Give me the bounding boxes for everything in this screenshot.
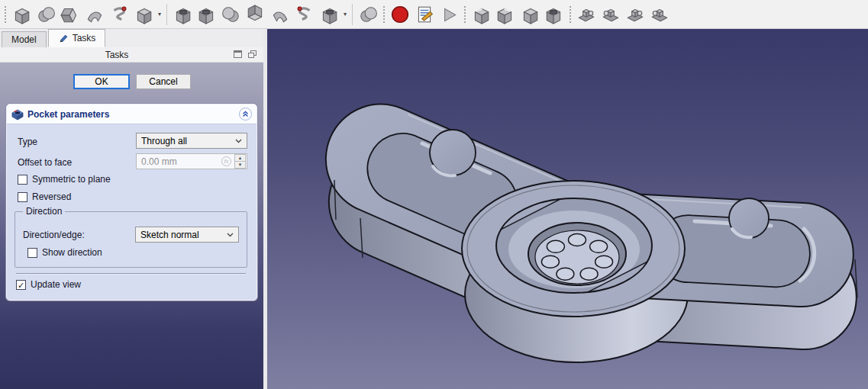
additive-helix-button[interactable] xyxy=(107,2,131,27)
ok-button[interactable]: OK xyxy=(73,74,130,89)
fillet-button[interactable] xyxy=(469,2,493,27)
toolbar-drag-handle[interactable] xyxy=(463,5,467,24)
additive-loft-icon xyxy=(60,5,80,24)
part-tool-4-icon xyxy=(650,5,670,24)
bolt-hole xyxy=(595,256,613,268)
toolbar-drag-handle[interactable] xyxy=(3,5,8,24)
additive-loft-button[interactable] xyxy=(58,2,82,27)
part-tool-3-button[interactable] xyxy=(623,2,647,27)
type-label: Type xyxy=(18,137,37,147)
additive-primitive-dropdown-arrow-icon[interactable]: ▾ xyxy=(156,11,163,18)
float-panel-icon[interactable] xyxy=(248,50,257,59)
chevron-down-icon xyxy=(227,233,234,237)
reversed-checkbox-box xyxy=(18,192,27,202)
show-direction-checkbox[interactable]: Show direction xyxy=(27,247,102,258)
hole-icon xyxy=(197,5,217,24)
macro-edit-icon xyxy=(415,5,434,24)
lever-part[interactable] xyxy=(326,104,857,362)
direction-edge-select[interactable]: Sketch normal xyxy=(135,227,239,243)
additive-primitive-button[interactable] xyxy=(131,2,156,27)
update-view-checkbox[interactable]: ✓ Update view xyxy=(16,279,81,290)
toolbar-drag-handle[interactable] xyxy=(568,5,573,24)
bolt-hole xyxy=(590,240,608,252)
sidebar: Model Tasks Tasks OK Cancel xyxy=(0,29,263,389)
groove-button[interactable] xyxy=(219,2,244,27)
pocket-parameters-header: Pocket parameters xyxy=(7,104,257,124)
chamfer-button[interactable] xyxy=(493,2,518,27)
pocket-parameters-icon xyxy=(11,108,24,121)
additive-pipe-button[interactable] xyxy=(82,2,107,27)
tasks-panel-titlebar: Tasks xyxy=(0,47,263,63)
tab-tasks-label: Tasks xyxy=(73,33,96,43)
subtractive-loft-button[interactable] xyxy=(244,2,268,27)
pocket-icon xyxy=(173,5,192,24)
pad-icon xyxy=(11,5,31,24)
3d-viewport[interactable] xyxy=(267,29,868,389)
bolt-hole xyxy=(569,234,586,246)
chevron-double-up-icon xyxy=(241,110,250,118)
subtractive-pipe-button[interactable] xyxy=(268,2,292,27)
separator xyxy=(16,273,246,275)
bolt-hole xyxy=(580,268,598,280)
symmetric-to-plane-checkbox[interactable]: Symmetric to plane xyxy=(18,174,111,185)
part-tool-1-icon xyxy=(576,5,596,24)
collapse-section-button[interactable] xyxy=(239,108,252,121)
update-view-checkbox-box: ✓ xyxy=(16,280,26,290)
pad-button[interactable] xyxy=(9,2,34,27)
macro-record-button[interactable] xyxy=(388,2,412,27)
dock-panel-icon[interactable] xyxy=(234,50,242,58)
boolean-operation-button[interactable] xyxy=(356,2,380,27)
macro-execute-button[interactable] xyxy=(437,2,461,27)
offset-to-face-value: 0.00 mm xyxy=(141,156,221,167)
part-tool-4-button[interactable] xyxy=(647,2,672,27)
expression-editor-icon[interactable]: fx xyxy=(221,156,231,166)
chamfer-icon xyxy=(495,5,515,24)
direction-edge-value: Sketch normal xyxy=(140,230,227,240)
part-tool-1-button[interactable] xyxy=(574,2,599,27)
bolt-hole xyxy=(541,256,559,268)
offset-to-face-label: Offset to face xyxy=(18,157,72,168)
main-toolbar: ▾ ▾ xyxy=(0,0,868,29)
pencil-icon xyxy=(58,33,69,43)
additive-primitive-icon xyxy=(134,5,153,24)
subtractive-primitive-dropdown-arrow-icon[interactable]: ▾ xyxy=(341,11,349,18)
revolution-button[interactable] xyxy=(34,2,58,27)
show-direction-checkbox-box xyxy=(27,248,37,258)
direction-edge-label: Direction/edge: xyxy=(23,230,85,240)
thickness-button[interactable] xyxy=(542,2,566,27)
additive-helix-icon xyxy=(109,5,129,24)
spin-up-icon[interactable]: ▲ xyxy=(234,154,246,162)
pocket-parameters-panel: Pocket parameters Type Through all Offse… xyxy=(6,104,257,301)
bolt-hole xyxy=(547,240,564,252)
ok-button-label: OK xyxy=(95,76,108,87)
cancel-button[interactable]: Cancel xyxy=(136,74,191,89)
macro-edit-button[interactable] xyxy=(412,2,437,27)
macro-record-icon xyxy=(390,5,410,24)
pocket-button[interactable] xyxy=(170,2,195,27)
toolbar-drag-handle[interactable] xyxy=(382,5,386,24)
type-select-value: Through all xyxy=(141,136,235,146)
subtractive-primitive-button[interactable] xyxy=(317,2,341,27)
additive-pipe-icon xyxy=(85,5,105,24)
subtractive-loft-icon xyxy=(246,5,266,24)
hole-button[interactable] xyxy=(195,2,219,27)
type-select[interactable]: Through all xyxy=(136,133,247,149)
tab-model[interactable]: Model xyxy=(2,31,47,47)
tab-tasks[interactable]: Tasks xyxy=(48,29,106,47)
bolt-hole xyxy=(557,268,574,280)
part-tool-2-icon xyxy=(601,5,621,24)
spin-down-icon[interactable]: ▼ xyxy=(234,162,246,169)
revolution-icon xyxy=(36,5,56,24)
spin-buttons: ▲▼ xyxy=(234,154,246,169)
subtractive-helix-button[interactable] xyxy=(292,2,317,27)
part-model[interactable] xyxy=(267,29,868,389)
part-tool-2-button[interactable] xyxy=(599,2,623,27)
draft-button[interactable] xyxy=(518,2,542,27)
reversed-checkbox[interactable]: Reversed xyxy=(18,191,71,202)
part-tool-3-icon xyxy=(625,5,645,24)
pocket-parameters-title: Pocket parameters xyxy=(27,109,239,120)
offset-to-face-input[interactable]: 0.00 mm fx ▲▼ xyxy=(136,153,247,169)
tasks-panel-title: Tasks xyxy=(0,50,234,60)
show-direction-label: Show direction xyxy=(42,247,102,258)
direction-group: Direction Direction/edge: Sketch normal … xyxy=(15,211,247,268)
